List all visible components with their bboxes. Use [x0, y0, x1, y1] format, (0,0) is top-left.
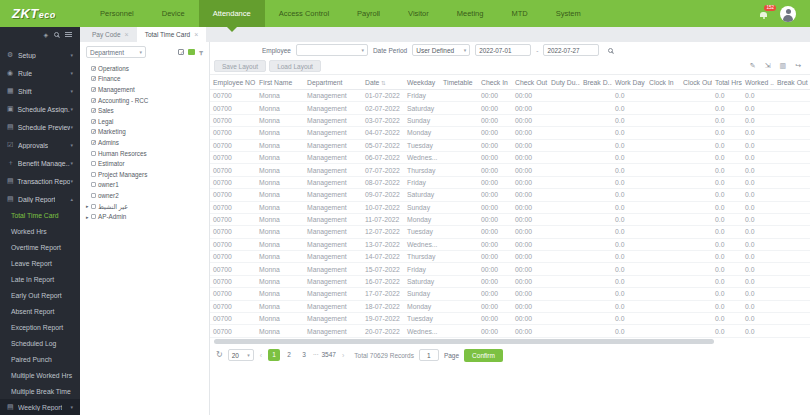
tree-item-sales[interactable]: Sales: [86, 105, 205, 116]
column-header-check-out[interactable]: Check Out: [512, 75, 548, 90]
checkbox[interactable]: [91, 140, 96, 145]
tree-item-legal[interactable]: Legal: [86, 116, 205, 127]
tree-item-marketing[interactable]: Marketing: [86, 127, 205, 138]
table-row[interactable]: 00700MonnaManagement20-07-2022Wednes...0…: [210, 325, 810, 337]
nav-item-access-control[interactable]: Access Control: [265, 0, 343, 27]
save-layout-button[interactable]: Save Layout: [214, 60, 266, 72]
table-row[interactable]: 00700MonnaManagement10-07-2022Sunday00:0…: [210, 201, 810, 213]
table-row[interactable]: 00700MonnaManagement12-07-2022Tuesday00:…: [210, 226, 810, 238]
table-row[interactable]: 00700MonnaManagement13-07-2022Wednes...0…: [210, 238, 810, 250]
date-to-input[interactable]: [543, 44, 599, 56]
nav-item-personnel[interactable]: Personnel: [86, 0, 148, 27]
nav-item-attendance[interactable]: Attendance: [199, 0, 265, 27]
checkbox[interactable]: [91, 151, 96, 156]
table-row[interactable]: 00700MonnaManagement19-07-2022Tuesday00:…: [210, 313, 810, 325]
table-row[interactable]: 00700MonnaManagement15-07-2022Friday00:0…: [210, 263, 810, 275]
user-avatar[interactable]: [780, 6, 796, 22]
page-button-2[interactable]: 2: [283, 349, 295, 361]
tree-item-human-resorces[interactable]: Human Resorces: [86, 148, 205, 159]
tree-item-estimator[interactable]: Estimator: [86, 158, 205, 169]
close-icon[interactable]: ×: [194, 31, 198, 38]
column-header-check-in[interactable]: Check In: [478, 75, 512, 90]
checkbox[interactable]: [91, 204, 96, 209]
sidebar-subitem-exception-report[interactable]: Exception Report: [0, 320, 80, 336]
tree-item-operations[interactable]: Operations: [86, 63, 205, 74]
column-header-department[interactable]: Department: [304, 75, 362, 90]
column-header-work-day[interactable]: Work Day: [612, 75, 646, 90]
sidebar-item-daily-report[interactable]: ▤Daily Report▴: [0, 190, 80, 208]
column-header-clock-in[interactable]: Clock In: [646, 75, 680, 90]
tab-pay-code[interactable]: Pay Code×: [84, 27, 137, 42]
sidebar-item-schedule-assign[interactable]: ▣Schedule Assign...▾: [0, 100, 80, 118]
column-header-break-d[interactable]: Break D...: [580, 75, 612, 90]
sidebar-subitem-leave-report[interactable]: Leave Report: [0, 256, 80, 272]
table-row[interactable]: 00700MonnaManagement17-07-2022Sunday00:0…: [210, 288, 810, 300]
column-header-weekday[interactable]: Weekday: [404, 75, 440, 90]
tree-item-owner2[interactable]: owner2: [86, 190, 205, 201]
nav-item-meeting[interactable]: Meeting: [443, 0, 498, 27]
sidebar-subitem-multiple-break-time[interactable]: Multiple Break Time: [0, 384, 80, 400]
sidebar-subitem-worked-hrs[interactable]: Worked Hrs: [0, 224, 80, 240]
sidebar-subitem-multiple-worked-hrs[interactable]: Multiple Worked Hrs: [0, 368, 80, 384]
sidebar-item-transaction-report[interactable]: ▤Transaction Report▾: [0, 172, 80, 190]
table-row[interactable]: 00700MonnaManagement02-07-2022Saturday00…: [210, 102, 810, 114]
checkbox[interactable]: [91, 87, 96, 92]
tree-item-admins[interactable]: Admins: [86, 137, 205, 148]
column-header-total-hrs[interactable]: Total Hrs: [712, 75, 742, 90]
table-row[interactable]: 00700MonnaManagement18-07-2022Monday00:0…: [210, 300, 810, 312]
horizontal-scrollbar[interactable]: [214, 339, 714, 344]
sidebar-item-approvals[interactable]: ☑Approvals▾: [0, 136, 80, 154]
refresh-icon[interactable]: ↻: [216, 351, 223, 359]
sidebar-item-shift[interactable]: ▦Shift▾: [0, 82, 80, 100]
brand-logo[interactable]: ZKTeco: [0, 6, 86, 21]
column-header-duty-du[interactable]: Duty Du...: [548, 75, 580, 90]
edit-icon[interactable]: ✎: [750, 62, 756, 70]
sidebar-subitem-scheduled-log[interactable]: Scheduled Log: [0, 336, 80, 352]
column-header-employee-no[interactable]: Employee NO ⇅: [210, 75, 256, 90]
tag-icon[interactable]: ◈: [43, 31, 48, 38]
load-layout-button[interactable]: Load Layout: [269, 60, 321, 72]
department-select[interactable]: Department ▾: [86, 46, 146, 58]
select-all-icon[interactable]: [178, 49, 184, 55]
column-header-break-out[interactable]: Break Out: [774, 75, 810, 90]
tree-item-project-managers[interactable]: Project Managers: [86, 169, 205, 180]
sidebar-subitem-late-in-report[interactable]: Late In Report: [0, 272, 80, 288]
sidebar-subitem-total-time-card[interactable]: Total Time Card: [0, 208, 80, 224]
page-button-1[interactable]: 1: [268, 349, 280, 361]
next-page-button[interactable]: ›: [341, 352, 345, 359]
column-header-timetable[interactable]: Timetable: [440, 75, 478, 90]
table-row[interactable]: 00700MonnaManagement07-07-2022Thursday00…: [210, 164, 810, 176]
table-row[interactable]: 00700MonnaManagement16-07-2022Saturday00…: [210, 275, 810, 287]
sidebar-subitem-overtime-report[interactable]: Overtime Report: [0, 240, 80, 256]
checkbox[interactable]: [91, 193, 96, 198]
sort-icon[interactable]: ⇅: [379, 80, 385, 86]
columns-icon[interactable]: ▥: [780, 62, 787, 70]
page-button-3547[interactable]: 3547: [321, 349, 335, 361]
page-size-select[interactable]: 20 ▾: [228, 349, 254, 361]
nav-item-payroll[interactable]: Payroll: [343, 0, 394, 27]
table-row[interactable]: 00700MonnaManagement05-07-2022Tuesday00:…: [210, 139, 810, 151]
date-period-select[interactable]: User Defined ▾: [412, 44, 470, 56]
prev-page-button[interactable]: ‹: [259, 352, 263, 359]
employee-select[interactable]: ▾: [296, 44, 368, 56]
table-row[interactable]: 00700MonnaManagement06-07-2022Wednes...0…: [210, 151, 810, 163]
checkbox[interactable]: [91, 172, 96, 177]
sidebar-item-setup[interactable]: ⚙Setup▾: [0, 46, 80, 64]
checkbox[interactable]: [91, 119, 96, 124]
checkbox[interactable]: [91, 214, 96, 219]
table-row[interactable]: 00700MonnaManagement03-07-2022Sunday00:0…: [210, 114, 810, 126]
sidebar-item-benefit-manage[interactable]: ＋Benefit Manage...▾: [0, 154, 80, 172]
sidebar-item-weekly-report[interactable]: ▤ Weekly Report ▾: [0, 399, 80, 415]
tree-item-ap-admin[interactable]: ▸AP-Admin: [86, 211, 205, 222]
checkbox[interactable]: [91, 161, 96, 166]
expand-icon[interactable]: ⇲: [765, 62, 771, 70]
sidebar-subitem-absent-report[interactable]: Absent Report: [0, 304, 80, 320]
column-header-clock-out[interactable]: Clock Out: [680, 75, 712, 90]
close-icon[interactable]: ×: [125, 31, 129, 38]
tree-item-owner1[interactable]: owner1: [86, 180, 205, 191]
page-jump-input[interactable]: [419, 349, 439, 361]
tree-item-accounting-rcc[interactable]: Accounting - RCC: [86, 95, 205, 106]
column-header-worked[interactable]: Worked ...: [742, 75, 774, 90]
tree-item-management[interactable]: Management: [86, 84, 205, 95]
table-row[interactable]: 00700MonnaManagement04-07-2022Monday00:0…: [210, 127, 810, 139]
